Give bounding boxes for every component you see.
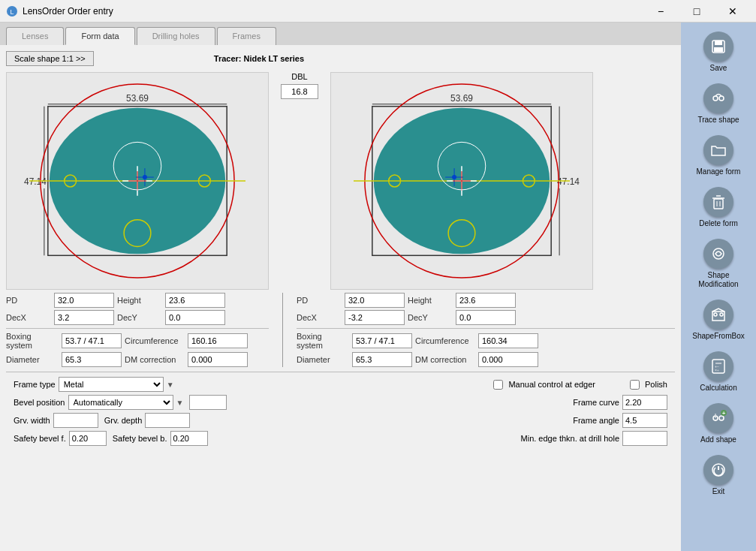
dbl-area: DBL 16.8 <box>275 72 324 99</box>
svg-text:53.69: 53.69 <box>126 93 149 104</box>
polish-checkbox[interactable] <box>630 380 640 390</box>
svg-rect-47 <box>715 41 722 45</box>
tab-frames[interactable]: Frames <box>217 27 276 45</box>
shape-from-box-button[interactable]: ShapeFromBox <box>687 297 750 344</box>
bottom-form-section: Frame type Metal ▼ Manual control at edg… <box>6 372 675 450</box>
right-decy-value: 0.0 <box>456 310 516 325</box>
top-row: Scale shape 1:1 >> Tracer: Nidek LT seri… <box>6 51 675 66</box>
min-edge-group: Min. edge thkn. at drill hole <box>521 431 667 446</box>
frame-type-label: Frame type <box>14 380 56 389</box>
frame-curve-input[interactable]: 2.20 <box>622 395 667 410</box>
right-decy-label: DecY <box>408 313 453 322</box>
frame-type-select[interactable]: Metal <box>59 377 164 392</box>
manual-control-checkbox[interactable] <box>493 380 503 390</box>
calculation-label: Calculation <box>700 384 736 393</box>
frame-angle-input[interactable]: 4.5 <box>622 413 667 428</box>
right-dm-label: DM correction <box>415 355 475 364</box>
right-circ-label: Circumference <box>415 336 475 345</box>
box-icon <box>703 300 733 330</box>
polish-group: Polish <box>630 380 667 390</box>
left-height-value: 23.6 <box>165 293 225 308</box>
manage-form-label: Manage form <box>697 167 741 176</box>
frame-type-group: Frame type Metal ▼ <box>14 377 174 392</box>
manage-form-button[interactable]: Manage form <box>687 132 750 179</box>
safety-bevel-f-input[interactable]: 0.20 <box>69 431 107 446</box>
right-shape-container: 53.69 47.14 <box>330 72 593 290</box>
shape-modification-button[interactable]: Shape Modification <box>687 236 750 292</box>
bevel-position-label: Bevel position <box>14 398 65 407</box>
save-button[interactable]: Save <box>687 29 750 76</box>
svg-rect-48 <box>714 47 723 52</box>
grv-depth-group: Grv. depth <box>104 413 191 428</box>
trace-shape-button[interactable]: Trace shape <box>687 80 750 128</box>
tab-form-data[interactable]: Form data <box>65 27 134 45</box>
shape-from-box-label: ShapeFromBox <box>692 332 744 341</box>
delete-form-label: Delete form <box>699 219 738 228</box>
left-dm-value: 0.000 <box>188 352 248 367</box>
svg-text:+: + <box>722 410 726 417</box>
manual-control-group: Manual control at edger <box>493 380 595 390</box>
safety-bevel-f-group: Safety bevel f. 0.20 <box>14 431 107 446</box>
shapes-row: 53.69 47.14 <box>6 72 675 290</box>
form-row-1: Frame type Metal ▼ Manual control at edg… <box>14 377 667 392</box>
svg-rect-51 <box>714 199 723 209</box>
form-row-2: Bevel position Automatically ▼ Frame cur… <box>14 395 667 410</box>
svg-text:×÷: ×÷ <box>715 368 719 372</box>
grv-width-input[interactable] <box>53 413 98 428</box>
min-edge-input[interactable] <box>622 431 667 446</box>
right-dm-value: 0.000 <box>478 352 538 367</box>
left-decx-label: DecX <box>6 313 51 322</box>
right-diam-value: 65.3 <box>352 352 412 367</box>
bevel-position-select[interactable]: Automatically <box>68 395 173 410</box>
right-pd-label: PD <box>297 296 342 305</box>
safety-bevel-b-group: Safety bevel b. 0.20 <box>113 431 208 446</box>
calculation-button[interactable]: +−×÷ Calculation <box>687 348 750 396</box>
close-button[interactable]: ✕ <box>715 0 750 23</box>
tab-lenses[interactable]: Lenses <box>6 27 64 45</box>
left-decy-value: 0.0 <box>165 310 225 325</box>
svg-point-50 <box>719 96 724 101</box>
right-boxing-value: 53.7 / 47.1 <box>352 333 412 348</box>
add-icon: + <box>703 403 733 433</box>
svg-point-49 <box>713 96 718 101</box>
grv-depth-label: Grv. depth <box>104 416 143 425</box>
safety-bevel-b-input[interactable]: 0.20 <box>170 431 208 446</box>
left-shape-svg: 53.69 47.14 <box>7 73 268 289</box>
content-area: Scale shape 1:1 >> Tracer: Nidek LT seri… <box>0 45 681 551</box>
grv-width-label: Grv. width <box>14 416 50 425</box>
manual-control-label: Manual control at edger <box>508 380 595 389</box>
save-label: Save <box>710 64 727 73</box>
folder-icon <box>703 135 733 165</box>
right-diam-label: Diameter <box>297 355 349 364</box>
calc-icon: +−×÷ <box>703 351 733 381</box>
tabs-bar: Lenses Form data Drilling holes Frames <box>0 23 681 45</box>
bevel-value-input[interactable] <box>189 395 227 410</box>
right-pd-value: 32.0 <box>345 293 405 308</box>
delete-form-button[interactable]: Delete form <box>687 184 750 231</box>
minimize-button[interactable]: − <box>643 0 678 23</box>
left-shape-container: 53.69 47.14 <box>6 72 269 290</box>
grv-width-group: Grv. width <box>14 413 98 428</box>
add-shape-button[interactable]: + Add shape <box>687 400 750 447</box>
shape-modification-label: Shape Modification <box>690 271 747 289</box>
right-sidebar: Save Trace shape Manage form Delete form <box>681 23 756 551</box>
exit-label: Exit <box>712 487 725 496</box>
maximize-button[interactable]: □ <box>679 0 714 23</box>
safety-bevel-b-label: Safety bevel b. <box>113 434 167 443</box>
left-boxing-value: 53.7 / 47.1 <box>62 333 122 348</box>
tab-drilling-holes[interactable]: Drilling holes <box>137 27 215 45</box>
right-decx-label: DecX <box>297 313 342 322</box>
left-decx-value: 3.2 <box>54 310 114 325</box>
main-content: Lenses Form data Drilling holes Frames S… <box>0 23 756 551</box>
svg-text:L: L <box>10 8 14 16</box>
scale-shape-button[interactable]: Scale shape 1:1 >> <box>6 51 94 66</box>
exit-button[interactable]: Exit <box>687 452 750 499</box>
grv-depth-input[interactable] <box>145 413 190 428</box>
exit-icon <box>703 455 733 485</box>
left-decy-label: DecY <box>117 313 162 322</box>
left-height-label: Height <box>117 296 162 305</box>
safety-bevel-f-label: Safety bevel f. <box>14 434 66 443</box>
left-circ-label: Circumference <box>125 336 185 345</box>
left-diam-value: 65.3 <box>62 352 122 367</box>
tracer-label: Tracer: Nidek LT series <box>214 54 304 63</box>
